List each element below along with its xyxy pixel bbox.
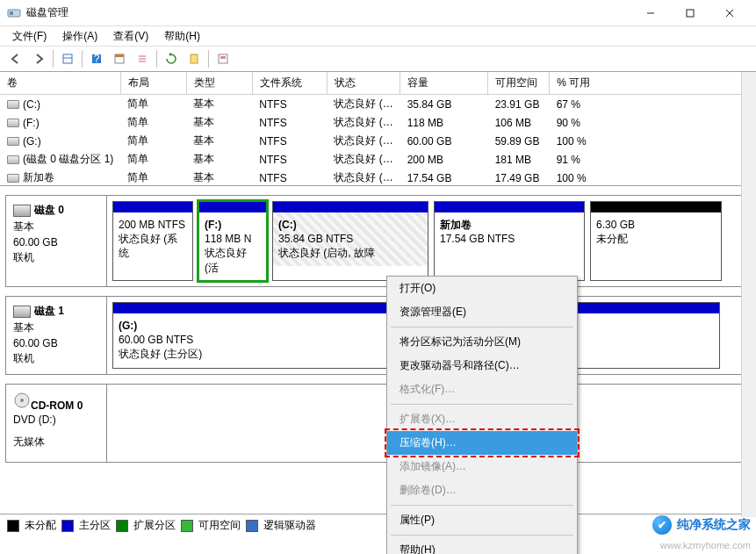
context-menu: 打开(O) 资源管理器(E) 将分区标记为活动分区(M) 更改驱动器号和路径(C…	[386, 276, 578, 554]
help-button[interactable]: ?	[86, 48, 107, 69]
properties-button[interactable]	[212, 48, 234, 69]
svg-rect-15	[191, 54, 198, 63]
ctx-add-mirror[interactable]: 添加镜像(A)…	[387, 455, 577, 478]
legend-unallocated: 未分配	[25, 518, 56, 533]
swatch-extended	[116, 520, 128, 532]
ctx-shrink[interactable]: 压缩卷(H)…	[387, 431, 577, 455]
close-button[interactable]	[709, 0, 749, 26]
disk-row: 磁盘 0基本60.00 GB联机200 MB NTFS状态良好 (系统(F:)1…	[5, 195, 751, 287]
table-row[interactable]: (G:)简单基本NTFS状态良好 (…60.00 GB59.89 GB100 %	[0, 132, 756, 150]
refresh-button[interactable]	[161, 48, 182, 69]
table-row[interactable]: (F:)简单基本NTFS状态良好 (…118 MB106 MB90 %	[0, 113, 756, 132]
ctx-explorer[interactable]: 资源管理器(E)	[387, 300, 577, 324]
svg-text:?: ?	[94, 53, 100, 65]
maximize-button[interactable]	[670, 0, 709, 26]
col-free[interactable]: 可用空间	[488, 72, 550, 95]
action-button[interactable]	[184, 48, 205, 69]
table-row[interactable]: (C:)简单基本NTFS状态良好 (…35.84 GB23.91 GB67 %	[0, 95, 756, 114]
ctx-properties[interactable]: 属性(P)	[387, 508, 577, 532]
partition[interactable]: 新加卷17.54 GB NTFS	[434, 201, 585, 281]
swatch-unallocated	[7, 520, 19, 532]
svg-rect-6	[63, 54, 72, 63]
swatch-primary	[61, 520, 74, 532]
legend-free: 可用空间	[198, 518, 241, 533]
titlebar: 磁盘管理	[0, 0, 756, 26]
svg-point-19	[20, 399, 24, 402]
col-capacity[interactable]: 容量	[400, 72, 488, 95]
back-button[interactable]	[5, 48, 26, 69]
swatch-logical	[246, 520, 258, 532]
disk-row: 磁盘 1基本60.00 GB联机(G:)60.00 GB NTFS状态良好 (主…	[5, 296, 751, 375]
ctx-change-letter[interactable]: 更改驱动器号和路径(C)…	[387, 354, 577, 378]
ctx-help[interactable]: 帮助(H)	[387, 538, 577, 554]
col-layout[interactable]: 布局	[120, 72, 186, 95]
volume-list[interactable]: 卷 布局 类型 文件系统 状态 容量 可用空间 % 可用 (C:)简单基本NTF…	[0, 72, 756, 186]
ctx-open[interactable]: 打开(O)	[387, 277, 577, 300]
list-button[interactable]	[132, 48, 153, 69]
menu-help[interactable]: 帮助(H)	[157, 27, 207, 46]
svg-rect-3	[687, 10, 694, 17]
partition[interactable]: 200 MB NTFS状态良好 (系统	[112, 201, 193, 281]
menu-view[interactable]: 查看(V)	[106, 27, 155, 46]
swatch-free	[181, 520, 193, 532]
ctx-format[interactable]: 格式化(F)…	[387, 378, 577, 401]
view-button[interactable]	[57, 48, 78, 69]
column-headers[interactable]: 卷 布局 类型 文件系统 状态 容量 可用空间 % 可用	[0, 72, 756, 95]
partition[interactable]: (C:)35.84 GB NTFS状态良好 (启动, 故障	[272, 201, 428, 281]
menu-action[interactable]: 操作(A)	[55, 27, 104, 46]
partition[interactable]: (F:)118 MB N状态良好 (活	[198, 201, 267, 281]
ctx-delete[interactable]: 删除卷(D)…	[387, 478, 577, 502]
disk-header[interactable]: CD-ROM 0DVD (D:)无媒体	[6, 385, 107, 462]
toolbar: ?	[0, 46, 756, 72]
disk-header[interactable]: 磁盘 0基本60.00 GB联机	[6, 196, 107, 286]
menubar: 文件(F) 操作(A) 查看(V) 帮助(H)	[0, 26, 756, 46]
ctx-extend[interactable]: 扩展卷(X)…	[387, 407, 577, 431]
legend: 未分配 主分区 扩展分区 可用空间 逻辑驱动器	[0, 514, 756, 536]
menu-file[interactable]: 文件(F)	[5, 27, 54, 46]
app-icon	[7, 6, 21, 20]
table-row[interactable]: 新加卷简单基本NTFS状态良好 (…17.54 GB17.49 GB100 %	[0, 169, 756, 186]
partition[interactable]: 6.30 GB未分配	[590, 201, 722, 281]
forward-button[interactable]	[28, 48, 49, 69]
col-volume[interactable]: 卷	[0, 72, 120, 95]
brand-icon: ✔	[652, 515, 672, 535]
legend-primary: 主分区	[79, 518, 111, 533]
col-type[interactable]: 类型	[186, 72, 252, 95]
ctx-mark-active[interactable]: 将分区标记为活动分区(M)	[387, 330, 577, 354]
col-fs[interactable]: 文件系统	[252, 72, 327, 95]
minimize-button[interactable]	[630, 0, 670, 26]
svg-rect-17	[220, 56, 226, 59]
window-title: 磁盘管理	[26, 5, 630, 20]
settings-button[interactable]	[109, 48, 130, 69]
disk-header[interactable]: 磁盘 1基本60.00 GB联机	[6, 297, 107, 374]
brand-badge: ✔ 纯净系统之家	[652, 515, 751, 535]
table-row[interactable]: (磁盘 0 磁盘分区 1)简单基本NTFS状态良好 (…200 MB181 MB…	[0, 150, 756, 169]
legend-extended: 扩展分区	[133, 518, 176, 533]
col-status[interactable]: 状态	[327, 72, 400, 95]
svg-rect-1	[10, 11, 13, 15]
col-pct[interactable]: % 可用	[550, 72, 756, 95]
brand-text: 纯净系统之家	[677, 517, 751, 533]
legend-logical: 逻辑驱动器	[263, 518, 316, 533]
disk-row: CD-ROM 0DVD (D:)无媒体	[5, 384, 751, 463]
watermark: www.kzmyhome.com	[660, 540, 751, 550]
scrollbar[interactable]	[741, 72, 756, 517]
disk-map: 磁盘 0基本60.00 GB联机200 MB NTFS状态良好 (系统(F:)1…	[0, 186, 756, 466]
svg-rect-11	[115, 54, 124, 57]
